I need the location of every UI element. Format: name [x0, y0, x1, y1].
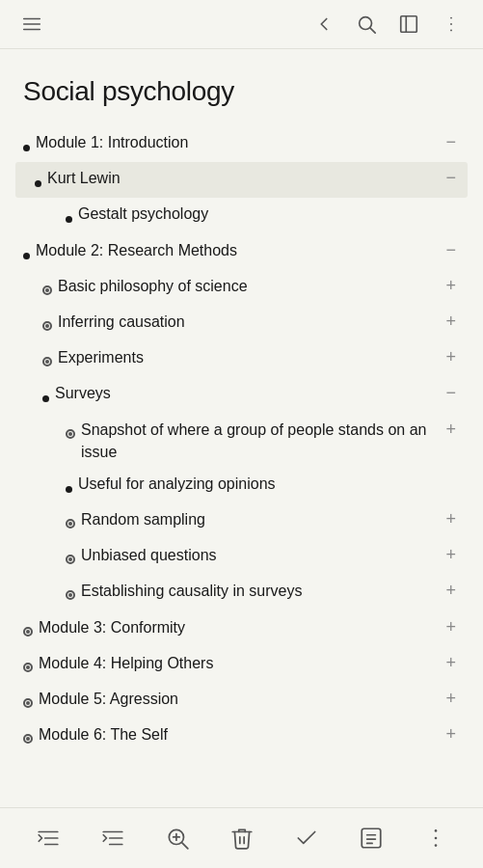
item-label: Experiments	[58, 346, 442, 368]
item-label: Useful for analyzing opinions	[78, 473, 460, 495]
svg-point-24	[434, 829, 437, 832]
item-label: Module 5: Agression	[39, 688, 442, 710]
bullet-dot-icon	[35, 171, 41, 193]
item-label: Module 2: Research Methods	[36, 239, 442, 261]
bullet-radio-icon	[66, 422, 75, 445]
list-item: Module 2: Research Methods−	[23, 234, 460, 270]
main-content: Social psychology Module 1: Introduction…	[0, 49, 483, 807]
list-item: Inferring causation+	[23, 306, 460, 341]
zoom-button[interactable]	[161, 822, 194, 854]
svg-point-26	[434, 844, 437, 847]
expand-button[interactable]: +	[442, 510, 460, 528]
svg-line-17	[181, 843, 187, 849]
expand-button[interactable]: +	[442, 690, 460, 707]
svg-rect-5	[401, 16, 417, 33]
item-label: Module 1: Introduction	[36, 131, 442, 153]
expand-button[interactable]: +	[442, 654, 460, 671]
bullet-dot-icon	[66, 476, 72, 499]
list-item: Module 6: The Self+	[23, 719, 460, 754]
bullet-radio-icon	[23, 727, 33, 749]
item-label: Basic philosophy of science	[58, 275, 442, 297]
delete-button[interactable]	[226, 822, 258, 854]
list-item: Surveys−	[23, 377, 460, 413]
item-label: Module 4: Helping Others	[39, 652, 442, 674]
list-item: Module 3: Conformity+	[23, 611, 460, 647]
list-item: Gestalt psychology	[23, 198, 460, 233]
page-title: Social psychology	[23, 76, 460, 107]
bullet-radio-icon	[23, 620, 33, 642]
list-item: Unbiased questions+	[23, 539, 460, 575]
list-item: Module 4: Helping Others+	[23, 647, 460, 683]
item-label: Module 6: The Self	[39, 723, 442, 746]
bullet-radio-icon	[23, 656, 33, 678]
bullet-dot-icon	[23, 243, 30, 265]
list-item: Basic philosophy of science+	[23, 270, 460, 306]
top-bar-center	[311, 12, 464, 37]
bullet-radio-icon	[42, 314, 52, 337]
bullet-dot-icon	[42, 386, 49, 408]
outline-list: Module 1: Introduction−Kurt Lewin−Gestal…	[23, 126, 460, 754]
svg-line-4	[370, 28, 375, 33]
bullet-radio-icon	[66, 548, 75, 570]
svg-rect-20	[362, 828, 381, 848]
book-button[interactable]	[396, 12, 421, 37]
list-item: Random sampling+	[23, 503, 460, 539]
collapse-button[interactable]: −	[442, 384, 460, 401]
bullet-dot-icon	[66, 206, 72, 229]
indent-decrease-button[interactable]	[32, 822, 65, 854]
back-button[interactable]	[311, 12, 336, 37]
svg-point-8	[450, 23, 452, 25]
bullet-radio-icon	[42, 350, 52, 372]
top-bar-left	[19, 12, 44, 37]
check-button[interactable]	[290, 822, 323, 854]
bullet-radio-icon	[66, 512, 75, 534]
svg-point-25	[434, 837, 437, 840]
collapse-button[interactable]: −	[442, 241, 460, 258]
menu-button[interactable]	[19, 12, 44, 37]
search-button[interactable]	[354, 12, 379, 37]
item-label: Kurt Lewin	[47, 167, 442, 189]
expand-button[interactable]: +	[442, 582, 460, 599]
expand-button[interactable]: +	[442, 348, 460, 366]
list-item: Module 1: Introduction−	[23, 126, 460, 162]
indent-increase-button[interactable]	[96, 822, 129, 854]
list-item: Experiments+	[23, 341, 460, 377]
bottom-bar	[0, 807, 483, 868]
note-button[interactable]	[355, 822, 388, 854]
list-item: Establishing causality in surveys+	[23, 575, 460, 610]
expand-button[interactable]: +	[442, 725, 460, 743]
expand-button[interactable]: +	[442, 277, 460, 294]
bullet-radio-icon	[42, 279, 52, 301]
expand-button[interactable]: +	[442, 420, 460, 438]
item-label: Establishing causality in surveys	[81, 580, 442, 602]
more-button[interactable]	[439, 12, 464, 37]
bullet-radio-icon	[23, 692, 33, 714]
item-label: Module 3: Conformity	[39, 616, 442, 638]
item-label: Unbiased questions	[81, 544, 442, 566]
expand-button[interactable]: +	[442, 546, 460, 563]
svg-point-7	[450, 17, 452, 19]
bullet-dot-icon	[23, 135, 30, 157]
list-item: Snapshot of where a group of people stan…	[23, 414, 460, 468]
bullet-radio-icon	[66, 583, 75, 606]
more-options-button[interactable]	[419, 822, 452, 854]
collapse-button[interactable]: −	[442, 169, 460, 186]
item-label: Inferring causation	[58, 311, 442, 333]
list-item: Module 5: Agression+	[23, 683, 460, 719]
svg-point-9	[450, 30, 452, 32]
item-label: Random sampling	[81, 508, 442, 530]
item-label: Gestalt psychology	[78, 203, 460, 225]
expand-button[interactable]: +	[442, 618, 460, 636]
expand-button[interactable]: +	[442, 312, 460, 330]
list-item: Kurt Lewin−	[23, 162, 460, 198]
item-label: Snapshot of where a group of people stan…	[81, 419, 442, 463]
item-label: Surveys	[55, 382, 442, 404]
collapse-button[interactable]: −	[442, 133, 460, 150]
list-item: Useful for analyzing opinions	[23, 468, 460, 503]
top-bar	[0, 0, 483, 49]
